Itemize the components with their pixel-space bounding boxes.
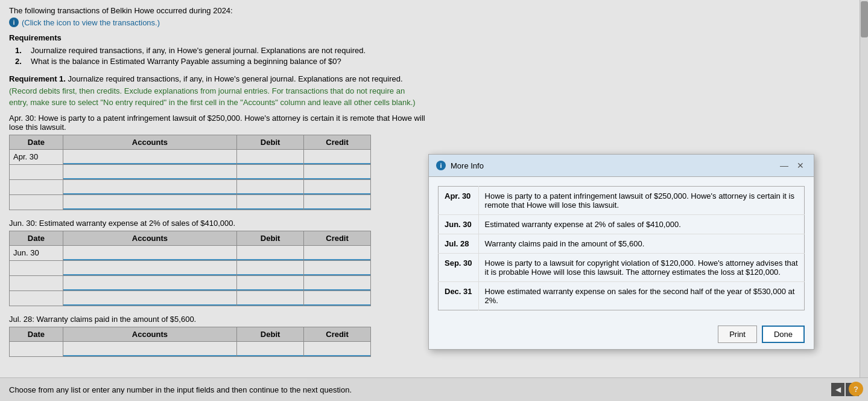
- print-button[interactable]: Print: [718, 326, 757, 343]
- modal-info-row: Sep. 30 Howe is party to a lawsuit for c…: [439, 254, 805, 282]
- modal-text-sep30: Howe is party to a lawsuit for copyright…: [478, 254, 804, 282]
- done-button[interactable]: Done: [762, 326, 805, 343]
- modal-info-table: Apr. 30 Howe is party to a patent infrin…: [438, 186, 805, 310]
- modal-overlay: i More Info — ✕ Apr. 30 Howe is party to…: [0, 0, 868, 401]
- modal-info-icon: i: [436, 161, 446, 170]
- modal-date-jul28: Jul. 28: [439, 234, 479, 254]
- modal-text-jul28: Warranty claims paid in the amount of $5…: [478, 234, 804, 254]
- modal-info-row: Jun. 30 Estimated warranty expense at 2%…: [439, 215, 805, 234]
- modal-footer: Print Done: [429, 319, 814, 349]
- modal-header-controls[interactable]: — ✕: [778, 159, 806, 172]
- modal-info-row: Jul. 28 Warranty claims paid in the amou…: [439, 234, 805, 254]
- modal-date-sep30: Sep. 30: [439, 254, 479, 282]
- modal-text-dec31: Howe estimated warranty expense on sales…: [478, 282, 804, 310]
- modal-close-button[interactable]: ✕: [794, 159, 806, 172]
- modal-info-row: Dec. 31 Howe estimated warranty expense …: [439, 282, 805, 310]
- modal-date-apr30: Apr. 30: [439, 187, 479, 215]
- modal-body: Apr. 30 Howe is party to a patent infrin…: [429, 177, 814, 319]
- modal-info-row: Apr. 30 Howe is party to a patent infrin…: [439, 187, 805, 215]
- modal-header: i More Info — ✕: [429, 155, 814, 177]
- modal-date-jun30: Jun. 30: [439, 215, 479, 234]
- modal-title: More Info: [451, 161, 484, 170]
- modal-header-left: i More Info: [436, 161, 484, 170]
- more-info-modal: i More Info — ✕ Apr. 30 Howe is party to…: [428, 154, 814, 350]
- modal-text-jun30: Estimated warranty expense at 2% of sale…: [478, 215, 804, 234]
- modal-date-dec31: Dec. 31: [439, 282, 479, 310]
- modal-text-apr30: Howe is party to a patent infringement l…: [478, 187, 804, 215]
- modal-minimize-button[interactable]: —: [778, 159, 791, 172]
